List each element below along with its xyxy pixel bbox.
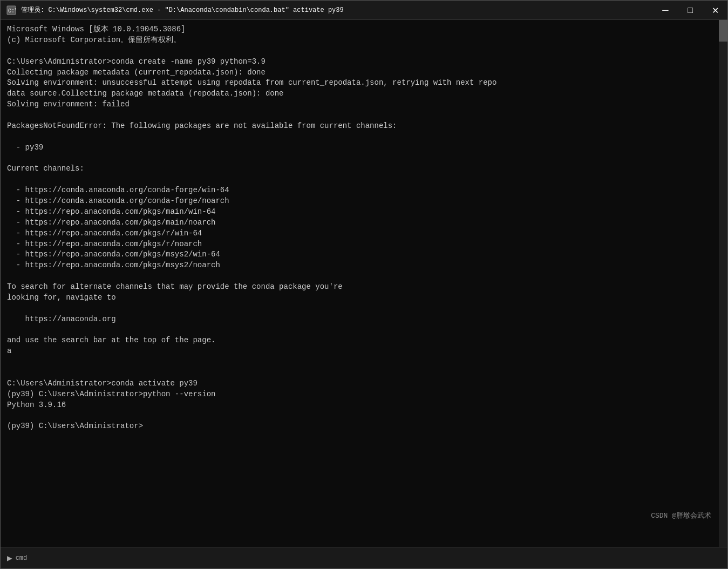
taskbar-icon: ▶ — [7, 553, 12, 564]
titlebar-title: 管理员: C:\Windows\system32\cmd.exe - "D:\A… — [21, 5, 722, 15]
scrollbar-thumb[interactable] — [719, 20, 727, 42]
window-icon: C:\ — [6, 5, 17, 16]
svg-text:C:\: C:\ — [8, 8, 16, 14]
titlebar-controls: ─ □ ✕ — [653, 1, 727, 20]
console-area[interactable]: Microsoft Windows [版本 10.0.19045.3086] (… — [1, 20, 727, 547]
window: C:\ 管理员: C:\Windows\system32\cmd.exe - "… — [0, 0, 728, 569]
console-text: Microsoft Windows [版本 10.0.19045.3086] (… — [7, 24, 710, 432]
taskbar: ▶ cmd — [1, 547, 727, 568]
minimize-button[interactable]: ─ — [653, 1, 678, 20]
close-button[interactable]: ✕ — [703, 1, 727, 20]
watermark: CSDN @胖墩会武术 — [651, 511, 711, 521]
scrollbar[interactable] — [719, 20, 727, 547]
console-output: Microsoft Windows [版本 10.0.19045.3086] (… — [7, 24, 721, 432]
titlebar: C:\ 管理员: C:\Windows\system32\cmd.exe - "… — [1, 1, 727, 20]
maximize-button[interactable]: □ — [678, 1, 703, 20]
taskbar-item[interactable]: ▶ cmd — [7, 553, 27, 564]
taskbar-label: cmd — [16, 554, 28, 562]
